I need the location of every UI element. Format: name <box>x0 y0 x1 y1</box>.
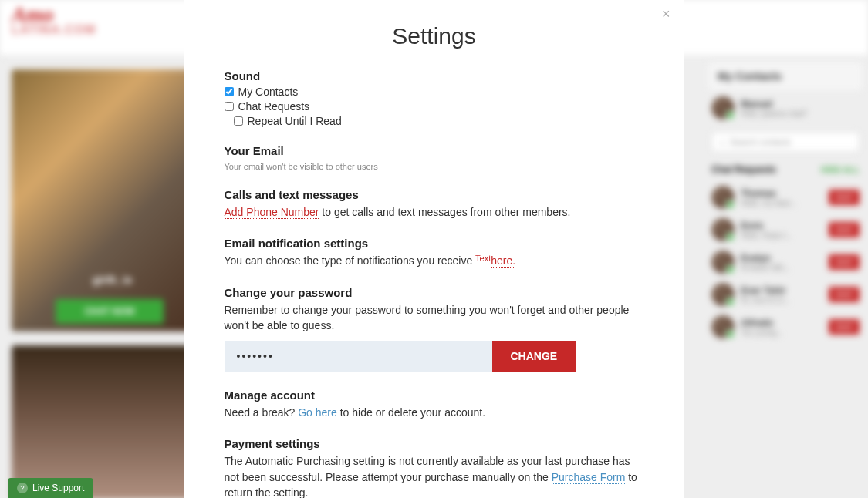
modal-title: Settings <box>184 0 684 69</box>
payment-section: Payment settings The Automatic Purchasin… <box>225 437 644 498</box>
chat-requests-checkbox[interactable] <box>225 102 234 111</box>
email-section: Your Email Your email won't be visible t… <box>225 144 644 171</box>
notifications-section: Email notification settings You can choo… <box>225 237 644 268</box>
live-support-button[interactable]: ? Live Support <box>8 478 93 498</box>
headset-icon: ? <box>17 483 28 493</box>
email-hint: Your email won't be visible to other use… <box>225 162 644 171</box>
manage-heading: Manage account <box>225 389 644 402</box>
password-text: Remember to change your password to some… <box>225 302 644 334</box>
payment-heading: Payment settings <box>225 437 644 450</box>
go-here-link[interactable]: Go here <box>298 406 337 419</box>
calls-heading: Calls and text messages <box>225 188 644 201</box>
manage-section: Manage account Need a break? Go here to … <box>225 389 644 420</box>
email-heading: Your Email <box>225 144 644 157</box>
change-button[interactable]: CHANGE <box>492 341 576 372</box>
calls-section: Calls and text messages Add Phone Number… <box>225 188 644 220</box>
settings-modal: × Settings Sound My Contacts Chat Reques… <box>184 0 684 498</box>
sound-section: Sound My Contacts Chat Requests Repeat U… <box>225 69 644 127</box>
my-contacts-checkbox[interactable] <box>225 87 234 96</box>
add-phone-link[interactable]: Add Phone Number <box>225 206 319 219</box>
close-button[interactable]: × <box>659 4 674 24</box>
notifications-here-link[interactable]: here. <box>491 254 515 268</box>
my-contacts-checkbox-row[interactable]: My Contacts <box>225 86 644 98</box>
purchase-form-link[interactable]: Purchase Form <box>552 471 626 484</box>
modal-overlay: × Settings Sound My Contacts Chat Reques… <box>0 0 868 498</box>
password-section: Change your password Remember to change … <box>225 286 644 372</box>
text-annotation: Text <box>475 254 491 263</box>
notifications-heading: Email notification settings <box>225 237 644 250</box>
sound-heading: Sound <box>225 69 644 82</box>
password-input[interactable] <box>225 341 492 372</box>
password-heading: Change your password <box>225 286 644 299</box>
repeat-checkbox-row[interactable]: Repeat Until I Read <box>234 115 644 127</box>
chat-requests-checkbox-row[interactable]: Chat Requests <box>225 100 644 113</box>
repeat-checkbox[interactable] <box>234 116 243 126</box>
